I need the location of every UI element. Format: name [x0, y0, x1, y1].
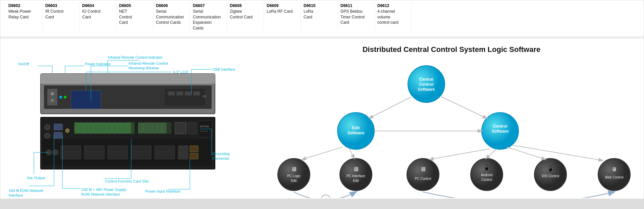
svg-text:📱: 📱: [483, 164, 490, 171]
svg-line-133: [430, 149, 490, 159]
svg-rect-10: [168, 91, 175, 95]
svg-text:Central: Central: [419, 77, 433, 82]
svg-rect-12: [185, 91, 192, 95]
svg-rect-50: [84, 146, 104, 159]
svg-point-5: [51, 99, 54, 102]
device-diagram: CE: [0, 39, 249, 199]
card-item: D6608 ZigbeeControl Card: [227, 3, 264, 31]
svg-rect-37: [148, 123, 152, 133]
card-item: D6605 NETControlCard: [116, 3, 153, 31]
svg-text:Infrared Remote Control Indica: Infrared Remote Control Indicator: [108, 55, 163, 59]
svg-rect-38: [153, 123, 157, 133]
svg-text:Grounding: Grounding: [212, 152, 229, 156]
svg-text:Web Control: Web Control: [605, 176, 623, 179]
svg-rect-49: [61, 146, 81, 159]
svg-text:Software: Software: [418, 87, 435, 92]
svg-rect-52: [131, 146, 151, 159]
svg-text:USB Interface: USB Interface: [212, 67, 235, 71]
svg-rect-9: [165, 89, 205, 106]
svg-text:Connector: Connector: [212, 156, 229, 160]
svg-text:4.3" LCD: 4.3" LCD: [173, 70, 188, 74]
svg-point-8: [64, 96, 66, 98]
svg-text:Power Input Interface: Power Input Interface: [145, 189, 180, 193]
svg-line-134: [486, 149, 497, 158]
svg-rect-56: [190, 153, 198, 159]
svg-line-107: [369, 97, 411, 118]
svg-text:🖥: 🖥: [420, 166, 426, 172]
svg-text:①: ①: [324, 197, 328, 198]
svg-point-118: [407, 158, 439, 191]
svg-rect-22: [75, 123, 79, 133]
svg-text:IOS Control: IOS Control: [542, 174, 559, 178]
svg-line-132: [349, 148, 354, 158]
svg-text:CE: CE: [203, 95, 206, 98]
bottom-stub: [0, 199, 644, 209]
svg-text:PC Control: PC Control: [415, 177, 431, 181]
svg-text:Infrared Remote Control: Infrared Remote Control: [128, 61, 168, 65]
card-item: D6607 SerialCommunicationExpansionCards: [190, 3, 227, 31]
svg-text:line Output: line Output: [27, 176, 45, 180]
svg-text:Power Indicator: Power Indicator: [85, 62, 111, 66]
svg-rect-1: [41, 74, 215, 84]
svg-rect-33: [126, 123, 130, 133]
svg-rect-26: [94, 123, 98, 133]
svg-text:Control Function Card Slot: Control Function Card Slot: [105, 179, 149, 183]
svg-point-20: [65, 129, 69, 133]
svg-rect-27: [98, 123, 102, 133]
card-item: D6611 GPS BeidouTimer ControlCard: [338, 3, 375, 31]
svg-rect-36: [143, 123, 147, 133]
svg-text:PC Interface: PC Interface: [346, 174, 365, 178]
svg-line-108: [441, 97, 487, 118]
svg-rect-3: [47, 89, 57, 106]
card-item: D6606 SerialCommunicationControl Cards: [153, 3, 190, 31]
svg-text:RJ45 Network Interface: RJ45 Network Interface: [82, 192, 120, 196]
svg-text:PC Logic: PC Logic: [287, 174, 301, 178]
svg-rect-11: [176, 91, 183, 95]
svg-point-7: [59, 96, 62, 98]
svg-line-135: [507, 147, 545, 159]
svg-rect-54: [178, 146, 188, 159]
card-item: D6602 Weak PowerRelay Card: [6, 3, 43, 31]
svg-rect-23: [79, 123, 84, 133]
svg-rect-24: [84, 123, 88, 133]
svg-text:🖥: 🖥: [291, 166, 297, 172]
card-item: D6603 IR ControlCard: [43, 3, 79, 31]
svg-rect-29: [108, 123, 112, 133]
svg-rect-18: [54, 124, 62, 130]
svg-point-128: [598, 158, 630, 191]
svg-text:Receiving Window: Receiving Window: [128, 66, 159, 70]
svg-rect-25: [89, 123, 93, 133]
device-svg: CE: [4, 42, 245, 199]
svg-text:Control: Control: [419, 82, 434, 87]
svg-text:Edit: Edit: [353, 179, 359, 183]
card-item: D6612 4-channelvolumecontrol card: [375, 3, 412, 31]
svg-rect-55: [190, 146, 198, 152]
svg-point-4: [51, 92, 54, 95]
svg-rect-28: [103, 123, 107, 133]
svg-text:ACTION: ACTION: [200, 125, 209, 128]
logic-svg: Central Control Software Edit Software C…: [259, 61, 644, 198]
card-item: D6609 LoRa RF Card: [264, 3, 301, 31]
svg-rect-40: [162, 123, 166, 133]
svg-rect-6: [71, 90, 101, 109]
svg-text:Software: Software: [492, 129, 509, 134]
expansion-cards-table: D6602 Weak PowerRelay Card D6603 IR Cont…: [6, 3, 638, 31]
svg-point-48: [53, 150, 58, 155]
svg-rect-31: [117, 123, 121, 133]
card-item: D6610 LoRaCard: [301, 3, 338, 31]
svg-rect-51: [108, 146, 128, 159]
logic-diagram-section: Distributed Central Control System Logic…: [249, 39, 644, 199]
svg-text:Android: Android: [481, 173, 492, 177]
svg-rect-32: [122, 123, 126, 133]
svg-rect-13: [193, 91, 200, 95]
svg-text:🖥: 🖥: [611, 166, 617, 172]
svg-rect-53: [155, 146, 175, 159]
svg-rect-19: [54, 132, 62, 138]
svg-text:100 M RJ45 Network: 100 M RJ45 Network: [9, 189, 43, 193]
svg-text:▲▲▲▲: ▲▲▲▲: [200, 130, 208, 132]
svg-text:📱: 📱: [547, 165, 554, 172]
svg-text:Interface: Interface: [9, 193, 23, 197]
cards-table-section: D6602 Weak PowerRelay Card D6603 IR Cont…: [0, 0, 644, 37]
svg-text:On/Off: On/Off: [18, 62, 29, 66]
svg-point-16: [45, 125, 50, 130]
